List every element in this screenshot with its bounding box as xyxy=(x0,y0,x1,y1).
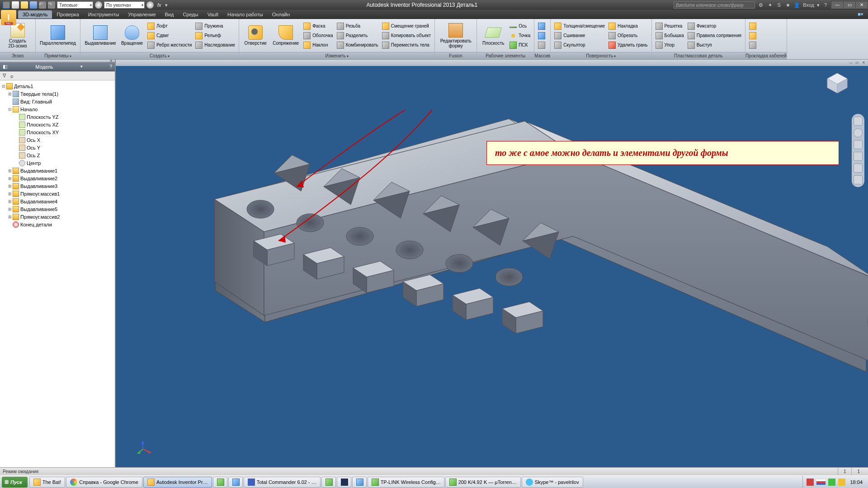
panel-title-primitives[interactable]: Примитивы xyxy=(36,52,80,59)
nav-zoom-icon[interactable] xyxy=(854,152,863,161)
material-icon[interactable] xyxy=(95,1,102,9)
tab-getstarted[interactable]: Начало работы xyxy=(223,10,268,19)
taskbar-item[interactable] xyxy=(213,477,227,488)
app-menu-icon[interactable] xyxy=(3,1,10,9)
tree-axis-x[interactable]: Ось X xyxy=(1,136,114,144)
minimize-button[interactable]: — xyxy=(831,1,844,9)
qat-dropdown-icon[interactable]: ▾ xyxy=(165,2,168,8)
taskbar-item[interactable]: TP-LINK Wireless Config… xyxy=(368,477,444,488)
tray-icon[interactable] xyxy=(828,479,835,486)
tree-axis-z[interactable]: Ось Z xyxy=(1,151,114,159)
derive-button[interactable]: Наследование xyxy=(194,40,236,50)
tray-volume-icon[interactable] xyxy=(838,479,845,486)
emboss-button[interactable]: Рельеф xyxy=(194,31,236,40)
coil-button[interactable]: Пружина xyxy=(194,21,236,31)
taskbar-item[interactable] xyxy=(228,477,243,488)
tree-plane-xz[interactable]: Плоскость XZ xyxy=(1,121,114,128)
taskbar-item[interactable] xyxy=(352,477,367,488)
revolve-button[interactable]: Вращение xyxy=(119,20,145,51)
tab-inspect[interactable]: Проверка xyxy=(52,10,83,19)
tree-feature[interactable]: ⊞Прямоуг.массив2 xyxy=(1,213,114,221)
tree-origin[interactable]: ⊟Начало xyxy=(1,105,114,113)
rib-button[interactable]: Ребро жесткости xyxy=(146,40,193,50)
tree-feature[interactable]: ⊞Выдавливание1 xyxy=(1,167,114,174)
taskbar-item[interactable]: Skype™ - pavelrilov xyxy=(522,477,583,488)
harness-button-3[interactable] xyxy=(748,40,757,50)
axis-button[interactable]: Ось xyxy=(509,21,531,31)
viewcube[interactable] xyxy=(825,70,850,96)
browser-options-icon[interactable]: ? xyxy=(109,64,112,69)
tab-tools[interactable]: Инструменты xyxy=(84,10,124,19)
nav-wheel-icon[interactable] xyxy=(854,128,863,137)
stitch-button[interactable]: Сшивание xyxy=(553,31,606,40)
tree-feature[interactable]: ⊞Выдавливание5 xyxy=(1,205,114,213)
tray-icon[interactable] xyxy=(807,479,814,486)
combine-button[interactable]: Комбинировать xyxy=(336,40,379,50)
tree-plane-xy[interactable]: Плоскость XY xyxy=(1,128,114,136)
grill-button[interactable]: Решетка xyxy=(655,21,685,31)
boss-button[interactable]: Бобышка xyxy=(655,31,685,40)
panel-title-modify[interactable]: Изменить xyxy=(239,52,434,59)
viewport[interactable]: — ▭ ✕ xyxy=(116,60,868,467)
rest-button[interactable]: Упор xyxy=(655,40,685,50)
trim-button[interactable]: Обрезать xyxy=(608,31,648,40)
shell-button[interactable]: Оболочка xyxy=(302,31,334,40)
lip-button[interactable]: Выступ xyxy=(687,40,742,50)
tab-manage[interactable]: Управление xyxy=(123,10,160,19)
taskbar-item[interactable]: 200 K/4.92 K — µTorren… xyxy=(445,477,521,488)
ribbon-help-icon[interactable]: ■▾ xyxy=(853,10,868,19)
taskbar-item[interactable]: Total Commander 6.02 - … xyxy=(244,477,321,488)
split-button[interactable]: Разделить xyxy=(336,31,379,40)
panel-title-surface[interactable]: Поверхность xyxy=(551,52,651,59)
tree-solid-bodies[interactable]: ⊞Твердые тела(1) xyxy=(1,90,114,98)
favorites-icon[interactable]: ★ xyxy=(785,2,791,8)
find-icon[interactable]: ⌕ xyxy=(10,73,14,79)
tree-center[interactable]: Центр xyxy=(1,159,114,167)
close-button[interactable]: ✕ xyxy=(855,1,868,9)
tray-lang-icon[interactable] xyxy=(816,479,826,485)
tree-root[interactable]: ⊟Деталь1 xyxy=(1,82,114,90)
fx-button[interactable]: fx xyxy=(156,2,163,8)
delete-face-button[interactable]: Удалить грань xyxy=(608,40,648,50)
new-icon[interactable] xyxy=(12,1,19,9)
signin-label[interactable]: Вход xyxy=(803,2,814,8)
taskbar-item-active[interactable]: Autodesk Inventor Pr… xyxy=(143,477,212,488)
move-face-button[interactable]: Смещение граней xyxy=(381,21,432,31)
mirror-button[interactable] xyxy=(537,40,546,50)
tab-3d-model[interactable]: 3D-модель xyxy=(18,10,52,19)
nav-pan-icon[interactable] xyxy=(854,140,863,149)
snap-fit-button[interactable]: Фиксатор xyxy=(687,21,742,31)
redo-icon[interactable]: ↷ xyxy=(48,1,55,9)
circular-pattern-button[interactable] xyxy=(537,31,546,40)
draft-button[interactable]: Наклон xyxy=(302,40,334,50)
tree-feature[interactable]: ⊞Прямоуг.массив1 xyxy=(1,190,114,197)
plane-button[interactable]: Плоскость xyxy=(480,20,507,51)
tab-vault[interactable]: Vault xyxy=(203,10,223,19)
maximize-button[interactable]: ▭ xyxy=(843,1,856,9)
edit-form-button[interactable]: Редактировать форму xyxy=(438,20,474,51)
open-icon[interactable] xyxy=(21,1,28,9)
nav-home-icon[interactable] xyxy=(854,117,863,126)
signin-icon[interactable]: 👤 xyxy=(794,2,800,8)
point-button[interactable]: Точка xyxy=(509,31,531,40)
tray-clock[interactable]: 18:04 xyxy=(848,479,864,485)
undo-icon[interactable]: ↶ xyxy=(39,1,46,9)
color-icon[interactable] xyxy=(146,1,154,9)
style-combo[interactable]: Типовые xyxy=(57,1,93,9)
tree-axis-y[interactable]: Ось Y xyxy=(1,144,114,151)
tree-feature[interactable]: ⊞Выдавливание3 xyxy=(1,182,114,190)
rule-fillet-button[interactable]: Правила сопряжения xyxy=(687,31,742,40)
extrude-button[interactable]: Выдавливание xyxy=(83,20,118,51)
move-bodies-button[interactable]: Переместить тела xyxy=(381,40,432,50)
tree-view[interactable]: Вид: Главный xyxy=(1,98,114,105)
taskbar-item[interactable]: Справка - Google Chrome xyxy=(66,477,142,488)
tab-view[interactable]: Вид xyxy=(160,10,179,19)
sculpt-button[interactable]: Скульптор xyxy=(553,40,606,50)
app-logo[interactable]: PRO xyxy=(1,10,16,25)
panel-title-create[interactable]: Создать xyxy=(80,52,239,59)
subscription-icon[interactable]: ✦ xyxy=(767,2,773,8)
harness-button-1[interactable] xyxy=(748,21,757,31)
thread-button[interactable]: Резьба xyxy=(336,21,379,31)
infocenter-icon[interactable]: ⚙ xyxy=(758,2,764,8)
box-button[interactable]: Параллелепипед xyxy=(38,20,77,51)
